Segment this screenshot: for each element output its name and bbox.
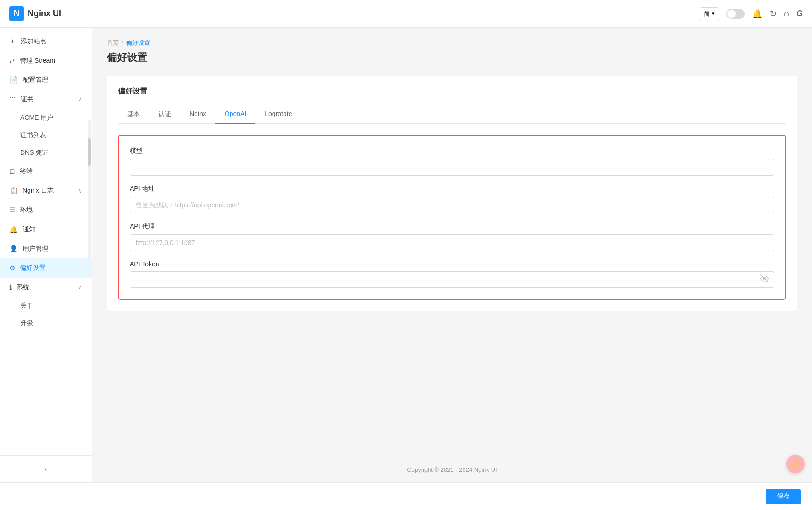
sidebar-item-label: 系统 (17, 283, 29, 292)
logo-icon: N (9, 6, 24, 21)
lang-selector[interactable]: 简 ▾ (700, 7, 719, 20)
sidebar-item-cert-list[interactable]: 证书列表 (0, 127, 92, 144)
form-item-api-proxy: API 代理 (130, 223, 774, 251)
copyright-text: Copyright © 2021 - 2024 Nginx UI (407, 466, 497, 473)
sidebar-item-about[interactable]: 关于 (0, 297, 92, 315)
sidebar-item-config-manage[interactable]: 📄 配置管理 (0, 70, 92, 90)
api-proxy-label: API 代理 (130, 223, 774, 231)
home-icon[interactable]: ⌂ (784, 9, 789, 18)
content-footer: Copyright © 2021 - 2024 Nginx UI (92, 457, 812, 482)
sidebar-item-label: 证书 (21, 95, 34, 104)
info-icon: ℹ (9, 283, 12, 292)
sidebar-item-manage-stream[interactable]: ⇄ 管理 Stream (0, 51, 92, 70)
file-icon: 📄 (9, 76, 18, 84)
form-item-model: 模型 (130, 147, 774, 176)
breadcrumb-home[interactable]: 首页 (107, 39, 119, 47)
model-input[interactable] (130, 159, 774, 176)
shield-icon: 🛡 (9, 96, 16, 104)
tab-auth[interactable]: 认证 (149, 106, 180, 124)
sidebar-footer: ‹ (0, 455, 92, 482)
content-area: 首页 / 偏好设置 偏好设置 偏好设置 基本 认证 Nginx OpenAI L… (92, 28, 812, 482)
api-token-wrapper (130, 271, 774, 288)
float-icon: ⚡ (790, 459, 800, 469)
api-address-input[interactable] (130, 197, 774, 213)
app-name: Nginx UI (28, 9, 61, 18)
theme-toggle[interactable] (726, 9, 745, 19)
sidebar: ＋ 添加站点 ⇄ 管理 Stream 📄 配置管理 🛡 证书 ∧ ACME 用户… (0, 28, 92, 482)
sidebar-item-label: 管理 Stream (20, 57, 55, 65)
form-item-api-address: API 地址 (130, 185, 774, 213)
openai-form-section: 模型 API 地址 API 代理 API To (118, 135, 786, 300)
log-icon: 📋 (9, 187, 18, 195)
sidebar-item-nginx-log[interactable]: 📋 Nginx 日志 ∨ (0, 181, 92, 200)
plus-icon: ＋ (9, 37, 16, 46)
tab-nginx[interactable]: Nginx (180, 106, 215, 124)
breadcrumb: 首页 / 偏好设置 (107, 39, 797, 47)
header-right: 简 ▾ 🔔 ↻ ⌂ G (700, 7, 803, 20)
sidebar-item-label: 环境 (20, 206, 33, 214)
model-label: 模型 (130, 147, 774, 155)
tab-openai[interactable]: OpenAI (215, 106, 255, 124)
logout-icon[interactable]: G (796, 9, 803, 18)
api-proxy-input[interactable] (130, 234, 774, 251)
settings-card: 偏好设置 基本 认证 Nginx OpenAI Logrotate 模型 (107, 76, 797, 311)
sidebar-item-label: 通知 (23, 225, 35, 234)
toggle-password-icon[interactable] (760, 275, 769, 285)
bottom-bar: 保存 (0, 482, 812, 510)
sidebar-item-user-manage[interactable]: 👤 用户管理 (0, 239, 92, 258)
stream-icon: ⇄ (9, 57, 15, 65)
settings-tabs: 基本 认证 Nginx OpenAI Logrotate (118, 106, 786, 124)
sidebar-item-acme-user[interactable]: ACME 用户 (0, 109, 92, 127)
breadcrumb-separator: / (122, 40, 123, 47)
sidebar-collapse-button[interactable]: ‹ (9, 461, 82, 477)
sidebar-item-dns-cert[interactable]: DNS 凭证 (0, 144, 92, 162)
notification-icon: 🔔 (9, 225, 18, 234)
chevron-up-icon: ∧ (78, 284, 82, 291)
sidebar-item-preferences[interactable]: ⚙ 偏好设置 (0, 258, 92, 278)
chevron-down-icon: ∨ (78, 188, 82, 194)
float-help-button[interactable]: ⚡ (786, 455, 805, 473)
header: N Nginx UI 简 ▾ 🔔 ↻ ⌂ G (0, 0, 812, 28)
sidebar-item-upgrade[interactable]: 升级 (0, 315, 92, 332)
chevron-down-icon: ▾ (712, 10, 715, 17)
sidebar-items: ＋ 添加站点 ⇄ 管理 Stream 📄 配置管理 🛡 证书 ∧ ACME 用户… (0, 28, 92, 455)
sidebar-item-terminal[interactable]: ⊡ 终端 (0, 162, 92, 181)
save-button[interactable]: 保存 (766, 489, 801, 504)
refresh-icon[interactable]: ↻ (770, 9, 777, 19)
sidebar-item-label: 配置管理 (23, 76, 48, 84)
sidebar-item-label: Nginx 日志 (23, 187, 54, 195)
breadcrumb-current: 偏好设置 (126, 39, 150, 47)
settings-card-title: 偏好设置 (118, 87, 786, 96)
gear-icon: ⚙ (9, 264, 15, 272)
api-token-label: API Token (130, 260, 774, 268)
sidebar-item-environment[interactable]: ☰ 环境 (0, 200, 92, 220)
api-address-label: API 地址 (130, 185, 774, 193)
tab-logrotate[interactable]: Logrotate (255, 106, 301, 124)
sidebar-item-label: 终端 (20, 167, 33, 176)
sidebar-item-label: 偏好设置 (20, 264, 46, 272)
scrollbar-thumb[interactable] (88, 138, 91, 166)
bell-icon[interactable]: 🔔 (752, 9, 762, 19)
scrollbar-track (88, 120, 91, 258)
chevron-up-icon: ∧ (78, 96, 82, 103)
sidebar-item-label: 添加站点 (21, 37, 46, 46)
env-icon: ☰ (9, 206, 15, 214)
terminal-icon: ⊡ (9, 167, 15, 176)
api-token-input[interactable] (130, 271, 774, 288)
tab-basic[interactable]: 基本 (118, 106, 149, 124)
form-item-api-token: API Token (130, 260, 774, 288)
sidebar-item-cert[interactable]: 🛡 证书 ∧ (0, 90, 92, 109)
sidebar-item-label: 用户管理 (23, 245, 48, 253)
main-layout: ＋ 添加站点 ⇄ 管理 Stream 📄 配置管理 🛡 证书 ∧ ACME 用户… (0, 28, 812, 482)
sidebar-item-add-site[interactable]: ＋ 添加站点 (0, 31, 92, 51)
sidebar-item-notification[interactable]: 🔔 通知 (0, 220, 92, 239)
logo: N Nginx UI (9, 6, 61, 21)
content-inner: 首页 / 偏好设置 偏好设置 偏好设置 基本 认证 Nginx OpenAI L… (92, 28, 812, 457)
sidebar-item-system[interactable]: ℹ 系统 ∧ (0, 278, 92, 297)
user-icon: 👤 (9, 245, 18, 253)
page-title: 偏好设置 (107, 51, 797, 64)
